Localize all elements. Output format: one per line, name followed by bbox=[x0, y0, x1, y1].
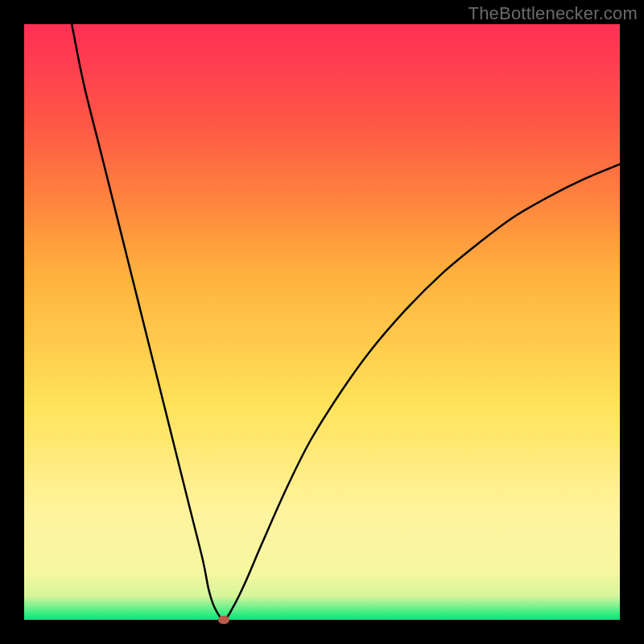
chart-frame: TheBottlenecker.com bbox=[0, 0, 644, 644]
min-marker bbox=[218, 616, 229, 624]
bottleneck-curve bbox=[72, 24, 620, 620]
watermark-text: TheBottlenecker.com bbox=[469, 3, 638, 24]
plot-area bbox=[24, 24, 620, 620]
curve-svg bbox=[24, 24, 620, 620]
